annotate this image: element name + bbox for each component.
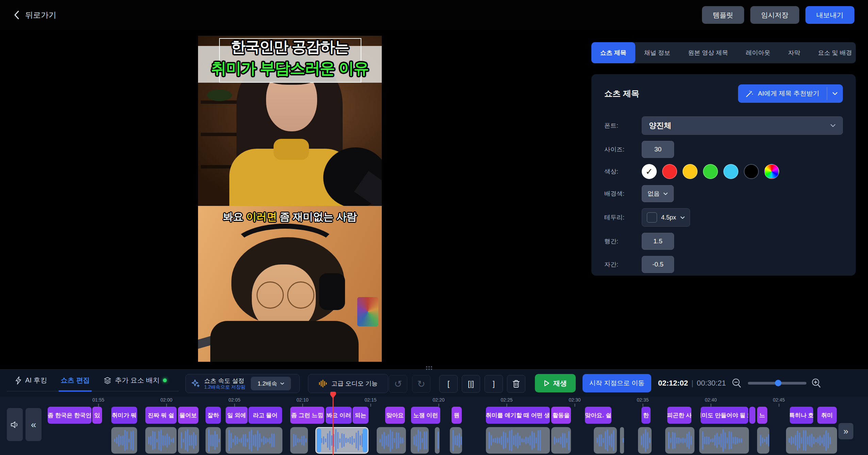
subtitle-segment[interactable]: 활동을 xyxy=(551,407,571,424)
subtitle-segment[interactable]: 취미가 뭐 xyxy=(111,407,137,424)
redo-button[interactable]: ↻ xyxy=(412,375,430,393)
ai-button-dropdown[interactable] xyxy=(827,84,843,103)
subtitle-segment[interactable]: 봐요 이러 xyxy=(326,407,352,424)
tab-ai-hooking[interactable]: AI 후킹 xyxy=(15,370,47,391)
goto-start-button[interactable]: 시작 지점으로 이동 xyxy=(583,374,651,392)
background-color-select[interactable]: 없음 xyxy=(642,185,674,202)
export-button[interactable]: 내보내기 xyxy=(805,6,854,24)
audio-clip[interactable] xyxy=(226,427,282,454)
audio-clip[interactable] xyxy=(377,427,406,454)
ruler-mark: 02:20 xyxy=(432,397,444,407)
color-swatch[interactable] xyxy=(764,164,779,179)
subtitle-segment[interactable]: 좀 그런 느낌 xyxy=(290,407,324,424)
audio-clip[interactable] xyxy=(435,427,440,454)
panel-tab[interactable]: 쇼츠 제목 xyxy=(591,42,635,63)
panel-tab[interactable]: 레이아웃 xyxy=(737,42,779,63)
audio-clip[interactable] xyxy=(786,427,837,454)
ruler-mark: 02:30 xyxy=(569,397,580,407)
audio-clip[interactable] xyxy=(315,427,369,454)
subtitle-segment[interactable]: 진짜 뭐 쉴 xyxy=(145,407,177,424)
color-swatch[interactable] xyxy=(662,164,677,179)
ruler-mark: 02:00 xyxy=(160,397,172,407)
subtitle-segment[interactable]: 좀 한국은 한국인 xyxy=(48,407,92,424)
panel-tab[interactable]: 자막 xyxy=(779,42,809,63)
audio-clip[interactable] xyxy=(665,427,694,454)
panel-tab[interactable]: 원본 영상 제목 xyxy=(679,42,737,63)
zoom-in-button[interactable] xyxy=(811,378,821,389)
subtitle-segment[interactable]: 느 xyxy=(757,407,767,424)
back-button[interactable]: 뒤로가기 xyxy=(14,10,56,20)
color-swatch[interactable] xyxy=(703,164,718,179)
subtitle-segment[interactable]: 있 xyxy=(92,407,102,424)
subtitle-segment[interactable]: 일 외에 xyxy=(226,407,248,424)
panel-tab[interactable]: 채널 정보 xyxy=(635,42,679,63)
undo-button[interactable]: ↺ xyxy=(389,375,407,393)
subtitle-segment[interactable]: 맞아요. 쉴 xyxy=(585,407,611,424)
color-swatch[interactable] xyxy=(642,164,657,179)
ai-title-suggest-button[interactable]: AI에게 제목 추천받기 xyxy=(738,84,843,103)
set-out-point-button[interactable]: ] xyxy=(485,375,503,393)
audio-clip[interactable] xyxy=(757,427,769,454)
audio-clip[interactable] xyxy=(145,427,177,454)
panel-tab[interactable]: 요소 및 배경 xyxy=(809,42,861,63)
subtitle-segment[interactable]: 취미도 만들어야 될 느 xyxy=(701,407,748,424)
set-in-point-button[interactable]: [ xyxy=(439,375,458,393)
subtitle-segment[interactable]: 되는 xyxy=(353,407,369,424)
font-select[interactable]: 양진체 xyxy=(642,116,843,135)
size-input[interactable]: 30 xyxy=(642,141,674,158)
audio-clip[interactable] xyxy=(638,427,652,454)
speed-select[interactable]: 1.2배속 xyxy=(251,377,291,390)
panel-drag-handle[interactable] xyxy=(426,366,432,370)
audio-clip[interactable] xyxy=(411,427,429,454)
split-clip-button[interactable]: [|] xyxy=(462,375,480,393)
video-preview[interactable]: 한국인만 공감하는 취미가 부담스러운 이유 봐요 이러면 좀 재미없는 사람 xyxy=(198,36,382,362)
subtitle-segment[interactable]: 피곤한 사 xyxy=(667,407,691,424)
subtitle-segment[interactable]: 잘하 xyxy=(206,407,221,424)
color-swatch[interactable] xyxy=(683,164,698,179)
audio-clip[interactable] xyxy=(486,427,550,454)
audio-clip[interactable] xyxy=(450,427,462,454)
playhead[interactable] xyxy=(333,394,334,455)
chevron-down-icon xyxy=(830,124,836,127)
timeline-zoom-slider[interactable] xyxy=(748,382,806,385)
subtitle-segment[interactable]: 특히나 호 xyxy=(790,407,813,424)
audio-clip[interactable] xyxy=(594,427,617,454)
subtitle-segment[interactable]: 뭔 xyxy=(452,407,462,424)
subtitle-segment[interactable]: 노잼 이런 xyxy=(411,407,440,424)
border-select[interactable]: 4.5px xyxy=(642,208,690,227)
advanced-audio-button[interactable]: 고급 오디오 기능 xyxy=(308,374,388,393)
delete-button[interactable] xyxy=(507,375,525,393)
letter-spacing-input[interactable]: -0.5 xyxy=(642,256,674,273)
current-time: 02:12:02 xyxy=(658,379,688,388)
zoom-slider-thumb[interactable] xyxy=(775,380,782,386)
audio-clip[interactable] xyxy=(699,427,749,454)
subtitle-segment[interactable] xyxy=(749,407,755,424)
color-swatch[interactable] xyxy=(744,164,759,179)
tab-shorts-edit[interactable]: 쇼츠 편집 xyxy=(61,370,90,391)
audio-clip[interactable] xyxy=(551,427,571,454)
waveform xyxy=(699,427,749,454)
line-height-input[interactable]: 1.5 xyxy=(642,233,674,250)
subtitle-segment[interactable]: 한 xyxy=(641,407,651,424)
border-width-value: 4.5px xyxy=(661,214,676,221)
shorts-title-overlay[interactable]: 한국인만 공감하는 취미가 부담스러운 이유 xyxy=(198,36,382,80)
subtitle-segment[interactable]: 라고 물어 xyxy=(248,407,282,424)
subtitle-segment[interactable]: 취미 xyxy=(817,407,837,424)
audio-clip[interactable] xyxy=(206,427,221,454)
subtitle-overlay[interactable]: 봐요 이러면 좀 재미없는 사람 xyxy=(198,210,382,224)
audio-clip[interactable] xyxy=(178,427,199,454)
waveform xyxy=(178,427,199,454)
play-button[interactable]: 재생 xyxy=(535,374,576,392)
subtitle-segment[interactable]: 취미를 얘기할 때 어떤 생 xyxy=(486,407,550,424)
zoom-out-button[interactable] xyxy=(732,378,742,389)
subtitle-segment[interactable]: 물어보 xyxy=(178,407,198,424)
audio-clip[interactable] xyxy=(290,427,308,454)
subtitle-segment[interactable]: 맞아요 xyxy=(385,407,405,424)
tab-extra-elements[interactable]: 추가 요소 배치 xyxy=(103,370,167,391)
draft-save-button[interactable]: 임시저장 xyxy=(750,6,799,24)
color-swatch[interactable] xyxy=(723,164,738,179)
border-color-swatch[interactable] xyxy=(647,212,657,223)
audio-clip[interactable] xyxy=(111,427,137,454)
audio-clip[interactable] xyxy=(620,427,624,454)
template-button[interactable]: 템플릿 xyxy=(702,6,744,24)
